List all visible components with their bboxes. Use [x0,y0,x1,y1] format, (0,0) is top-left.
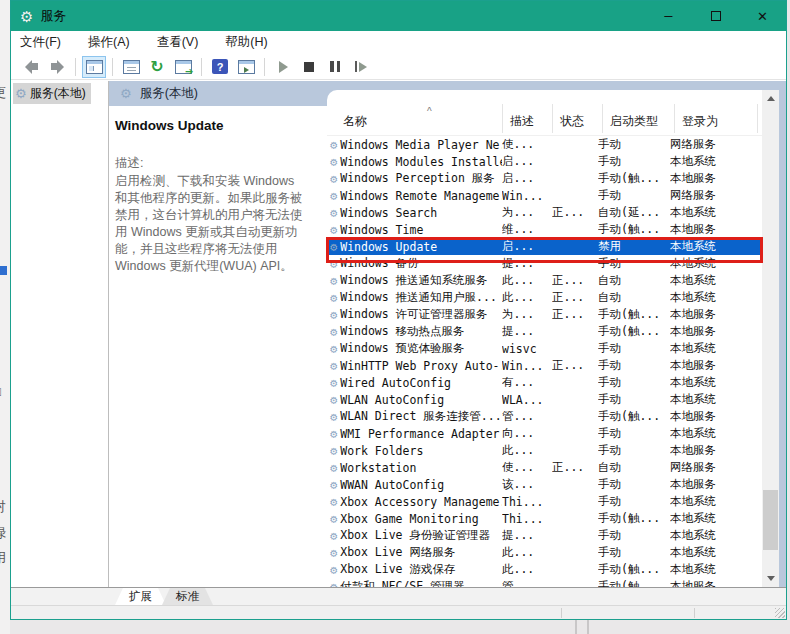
export-list-icon [175,60,192,74]
help-button[interactable]: ? [208,56,232,78]
details-pane-title: 服务(本地) [140,85,198,102]
service-name-cell: ⚙Windows 许可证管理器服务 [327,307,502,322]
service-startup-cell: 手动 [598,341,670,356]
show-console-tree-button[interactable] [82,56,106,78]
service-desc-cell: 维... [502,222,552,237]
minimize-button[interactable]: ─ [645,1,692,31]
service-row[interactable]: ⚙Windows Modules Installer 启... 手动 本地系统 [327,153,762,170]
properties-icon [123,60,140,74]
service-row[interactable]: ⚙WLAN AutoConfig WLA... 手动 本地系统 [327,391,762,408]
service-desc-cell: Thi... [502,495,552,509]
service-row[interactable]: ⚙Windows 推送通知用户服... 此... 正... 自动 本地系统 [327,289,762,306]
service-row[interactable]: ⚙Windows 许可证管理器服务 为... 正... 手动(触... 本地服务 [327,306,762,323]
service-row[interactable]: ⚙WLAN Direct 服务连接管... 管... 手动(触... 本地服务 [327,408,762,425]
properties-button[interactable] [119,56,143,78]
service-gear-icon: ⚙ [330,139,337,151]
column-header-logon[interactable]: 登录为 [682,113,718,130]
background-window-edge [575,620,589,634]
view-tabstrip: 扩展 标准 [11,587,786,605]
service-row[interactable]: ⚙WMI Performance Adapter 向... 手动 本地系统 [327,425,762,442]
menu-file[interactable]: 文件(F) [20,34,61,51]
service-row[interactable]: ⚙Windows 备份 提... 手动 本地系统 [327,255,762,272]
column-header-status[interactable]: 状态 [560,113,584,130]
column-header-name[interactable]: 名称 [343,113,367,130]
stop-service-button[interactable] [297,56,321,78]
service-row[interactable]: ⚙Windows Remote Manageme... Win... 手动 网络… [327,187,762,204]
service-row[interactable]: ⚙Windows 推送通知系统服务 此... 正... 自动 本地系统 [327,272,762,289]
service-row[interactable]: ⚙Workstation 使... 正... 自动 网络服务 [327,459,762,476]
scrollbar-thumb[interactable] [763,490,778,550]
service-gear-icon: ⚙ [330,479,337,491]
service-row[interactable]: ⚙Windows Time 维... 手动(触... 本地服务 [327,221,762,238]
service-gear-icon: ⚙ [330,547,337,559]
service-row[interactable]: ⚙Wired AutoConfig 有... 手动 本地系统 [327,374,762,391]
service-row[interactable]: ⚙Windows Media Player Ne... 使... 手动 网络服务 [327,136,762,153]
service-row[interactable]: ⚙Windows Search 为... 正... 自动(延... 本地系统 [327,204,762,221]
service-row[interactable]: ⚙Xbox Live 游戏保存 此... 手动(触... 本地系统 [327,561,762,578]
service-row[interactable]: ⚙Windows 预览体验服务 wisvc 手动 本地系统 [327,340,762,357]
service-desc-cell: 该... [502,477,552,492]
service-name-cell: ⚙Xbox Live 网络服务 [327,545,502,560]
service-logon-cell: 本地服务 [670,443,759,458]
service-row[interactable]: ⚙Windows Perception 服务 启... 手动(触... 本地服务 [327,170,762,187]
service-row[interactable]: ⚙WinHTTP Web Proxy Auto-... Win... 正... … [327,357,762,374]
menu-action[interactable]: 操作(A) [88,34,130,51]
service-row[interactable]: ⚙付款和 NFC/SE 管理器 管... 手动(触... 本地服务 [327,578,762,587]
statusbar [11,605,786,619]
scroll-up-button[interactable] [762,90,779,107]
vertical-scrollbar[interactable] [762,90,779,587]
show-hide-action-pane-button[interactable] [234,56,258,78]
column-separator[interactable] [552,104,553,133]
restart-service-button[interactable] [349,56,373,78]
service-desc-cell: 此... [502,273,552,288]
service-startup-cell: 手动 [598,545,670,560]
back-button[interactable] [19,56,43,78]
column-separator[interactable] [602,104,603,133]
start-service-button[interactable] [271,56,295,78]
close-button[interactable]: ✕ [739,1,786,31]
column-separator[interactable] [502,104,503,133]
service-row[interactable]: ⚙Xbox Live 网络服务 此... 手动 本地系统 [327,544,762,561]
tab-extended[interactable]: 扩展 [115,588,166,605]
service-gear-icon: ⚙ [330,428,337,440]
service-startup-cell: 自动 [598,460,670,475]
service-name-cell: ⚙Wired AutoConfig [327,376,502,390]
menu-view[interactable]: 查看(V) [157,34,199,51]
column-header-desc[interactable]: 描述 [510,113,534,130]
export-list-button[interactable] [171,56,195,78]
tree-item-services-local[interactable]: ⚙ 服务(本地) [13,83,91,104]
service-row[interactable]: ⚙Xbox Live 身份验证管理器 提... 手动 本地系统 [327,527,762,544]
pause-service-button[interactable] [323,56,347,78]
service-name-cell: ⚙Windows Search [327,206,502,220]
service-gear-icon: ⚙ [330,496,337,508]
service-name-cell: ⚙Windows 推送通知用户服... [327,290,502,305]
bg-fragment: 对 [0,498,6,516]
service-status-cell: 正... [552,273,598,288]
service-name-cell: ⚙Work Folders [327,444,502,458]
refresh-button[interactable]: ↻ [145,56,169,78]
service-row[interactable]: ⚙Xbox Game Monitoring Thi... 手动(触... 本地系… [327,510,762,527]
resize-grip-icon[interactable] [775,608,785,618]
service-startup-cell: 手动 [598,358,670,373]
service-desc-cell: WLA... [502,393,552,407]
column-header-startup[interactable]: 启动类型 [610,113,658,130]
column-separator[interactable] [674,104,675,133]
bg-fragment: 更 [0,84,6,102]
sort-ascending-icon: ^ [427,106,432,117]
menu-help[interactable]: 帮助(H) [225,34,267,51]
service-row[interactable]: ⚙Work Folders 此... 手动 本地服务 [327,442,762,459]
service-row[interactable]: ⚙Windows Update 启... 禁用 本地系统 [327,238,762,255]
service-desc-cell: 此... [502,562,552,577]
maximize-button[interactable] [692,1,739,31]
bg-fragment: □ [0,384,1,399]
forward-button[interactable] [45,56,69,78]
column-separator[interactable] [757,104,758,133]
service-row[interactable]: ⚙Xbox Accessory Manageme... Thi... 手动 本地… [327,493,762,510]
service-row[interactable]: ⚙Windows 移动热点服务 提... 手动(触... 本地服务 [327,323,762,340]
service-name-cell: ⚙Workstation [327,461,502,475]
service-row[interactable]: ⚙WWAN AutoConfig 该... 手动 本地服务 [327,476,762,493]
tab-standard[interactable]: 标准 [162,588,213,605]
service-logon-cell: 本地系统 [670,392,759,407]
service-gear-icon: ⚙ [330,292,337,304]
scroll-down-button[interactable] [762,570,779,587]
